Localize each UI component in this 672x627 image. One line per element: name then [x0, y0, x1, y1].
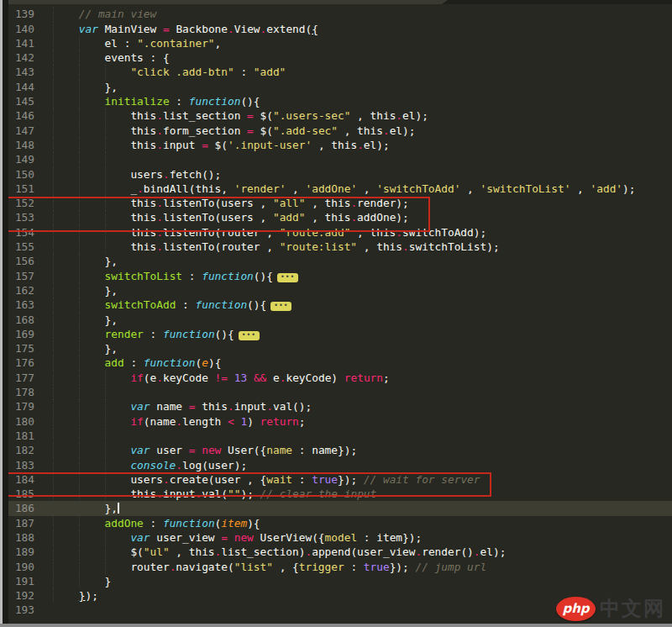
- code-line-190[interactable]: 190router.navigate("list" , {trigger : t…: [0, 560, 672, 574]
- token-str: "": [228, 487, 240, 500]
- token-fg: [228, 371, 234, 384]
- code-line-151[interactable]: 151_.bindAll(this, 'render' , 'addOne' ,…: [0, 182, 672, 196]
- indent-guide: [105, 371, 106, 385]
- token-fg: :: [170, 95, 189, 108]
- code-line-147[interactable]: 147this.form_section = $(".add-sec" , th…: [0, 124, 672, 138]
- code-line-143[interactable]: 143"click .add-btn" : "add": [0, 65, 672, 79]
- code-line-187[interactable]: 187addOne : function(item){: [0, 516, 672, 530]
- indent-guide: [105, 487, 106, 501]
- token-fg: User({: [221, 444, 266, 456]
- token-pink: .: [266, 400, 273, 413]
- code-line-184[interactable]: 184users.create(user , {wait : true}); /…: [0, 472, 672, 487]
- token-pink: .: [156, 226, 163, 239]
- code-line-140[interactable]: 140var MainView = Backbone.View.extend({: [0, 22, 672, 36]
- code-line-179[interactable]: 179var name = this.input.val();: [0, 399, 672, 414]
- code-text: console.log(user);: [130, 458, 247, 472]
- indent-guide: [53, 196, 54, 210]
- token-fg: , this: [357, 240, 402, 253]
- code-text: this.list_section = $(".users-sec" , thi…: [130, 108, 428, 123]
- indent-guide: [105, 196, 106, 210]
- code-line-163[interactable]: 163switchToAdd : function(){•••: [0, 298, 672, 312]
- code-line-168[interactable]: 168},: [0, 313, 672, 327]
- code-line-188[interactable]: 188var user_view = new UserView({model :…: [0, 530, 672, 545]
- code-line-139[interactable]: 139// main view: [0, 7, 672, 21]
- token-fg: length: [182, 415, 228, 428]
- code-line-145[interactable]: 145initialize : function(){: [0, 94, 672, 108]
- code-line-154[interactable]: 154this.listenTo(router , "route:add" , …: [0, 225, 672, 240]
- code-line-149[interactable]: 149: [0, 152, 672, 166]
- code-line-144[interactable]: 144},: [0, 80, 672, 94]
- token-fg: [228, 531, 234, 544]
- code-line-169[interactable]: 169render : function(){•••: [0, 327, 672, 341]
- code-line-155[interactable]: 155this.listenTo(router , "route:list" ,…: [0, 240, 672, 254]
- token-fg: input: [163, 139, 202, 151]
- code-text: this.form_section = $(".add-sec" , this.…: [130, 124, 415, 138]
- token-orange: item: [221, 517, 247, 530]
- code-line-150[interactable]: 150users.fetch();: [0, 167, 672, 182]
- indent-guide: [79, 487, 80, 501]
- token-str: "all": [273, 197, 306, 209]
- token-fg: users: [130, 473, 163, 486]
- token-str: "list": [234, 561, 273, 573]
- code-line-183[interactable]: 183console.log(user);: [0, 458, 672, 472]
- code-line-176[interactable]: 176add : function(e){: [0, 356, 672, 370]
- fold-ellipsis-button[interactable]: •••: [239, 331, 260, 340]
- token-green: render: [105, 328, 144, 340]
- indent-guide: [79, 254, 80, 268]
- code-line-148[interactable]: 148this.input = $('.input-user' , this.e…: [0, 138, 672, 152]
- code-line-162[interactable]: 162},: [0, 283, 672, 298]
- token-pink: =: [247, 109, 254, 122]
- indent-guide: [79, 356, 80, 370]
- indent-guide: [53, 472, 54, 487]
- code-text: this.listenTo(router , "route:add" , thi…: [130, 225, 486, 240]
- code-line-175[interactable]: 175},: [0, 341, 672, 356]
- watermark-site-name: 中文网: [600, 595, 665, 622]
- fold-ellipsis-button[interactable]: •••: [270, 302, 291, 311]
- token-fg: keyCode: [163, 371, 215, 384]
- indent-guide: [105, 385, 106, 399]
- token-fg: });: [390, 561, 416, 573]
- token-fg: [247, 371, 254, 384]
- code-line-177[interactable]: 177if(e.keyCode != 13 && e.keyCode) retu…: [0, 371, 672, 385]
- indent-guide: [53, 501, 54, 515]
- code-line-142[interactable]: 142events : {: [0, 50, 672, 65]
- code-text: users.create(user , {wait : true}); // w…: [130, 472, 480, 487]
- indent-guide: [53, 152, 54, 166]
- token-fg: list_section): [221, 545, 305, 558]
- code-line-152[interactable]: 152this.listenTo(users , "all" , this.re…: [0, 196, 672, 210]
- token-fg: this: [130, 226, 156, 239]
- code-rows[interactable]: 138139// main view140var MainView = Back…: [0, 0, 672, 618]
- token-fg: extend(: [266, 23, 312, 35]
- code-line-182[interactable]: 182var user = new User({name : name});: [0, 443, 672, 457]
- code-text: _.bindAll(this, 'render' , 'addOne' , 's…: [130, 182, 635, 196]
- code-line-189[interactable]: 189$("ul" , this.list_section).append(us…: [0, 545, 672, 559]
- indent-guide: [79, 167, 80, 182]
- indent-guide: [53, 182, 54, 196]
- code-line-180[interactable]: 180if(name.length < 1) return;: [0, 414, 672, 429]
- indent-guide: [105, 443, 106, 457]
- active-tab-bottom-edge[interactable]: [0, 0, 448, 4]
- token-pink: .: [156, 124, 163, 137]
- token-pink: .: [156, 487, 163, 500]
- code-line-153[interactable]: 153this.listenTo(users , "add" , this.ad…: [0, 210, 672, 224]
- indent-guide: [79, 210, 80, 224]
- token-fg: $(: [208, 139, 228, 151]
- indent-guide: [53, 399, 54, 414]
- token-fg: el);: [364, 139, 390, 151]
- code-line-146[interactable]: 146this.list_section = $(".users-sec" , …: [0, 108, 672, 123]
- token-pink: .: [156, 139, 163, 151]
- code-line-178[interactable]: 178: [0, 385, 672, 399]
- indent-guide: [53, 269, 54, 283]
- code-line-186[interactable]: 186},: [0, 501, 672, 515]
- token-pink: .: [163, 473, 170, 486]
- token-fg: :: [344, 561, 364, 573]
- code-line-156[interactable]: 156},: [0, 254, 672, 268]
- code-line-191[interactable]: 191}: [0, 574, 672, 588]
- code-line-157[interactable]: 157switchToList : function(){•••: [0, 269, 672, 283]
- code-line-141[interactable]: 141el : ".container",: [0, 36, 672, 50]
- token-orange: e: [202, 356, 208, 369]
- token-fg: , this: [338, 124, 383, 137]
- fold-ellipsis-button[interactable]: •••: [277, 273, 298, 282]
- code-line-181[interactable]: 181: [0, 429, 672, 443]
- code-line-185[interactable]: 185this.input.val(""); // clear the inpu…: [0, 487, 672, 501]
